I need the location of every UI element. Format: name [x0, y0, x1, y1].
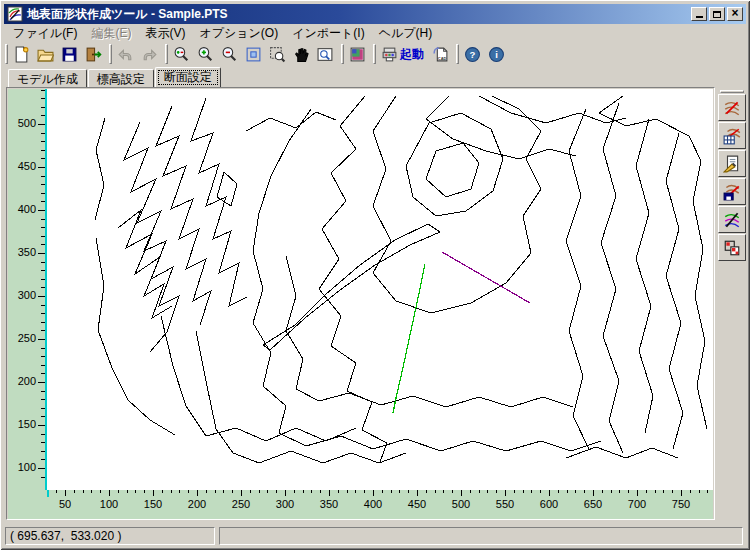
redo-icon: [141, 46, 158, 63]
titlebar: 地表面形状作成ツール - Sample.PTS ×: [4, 4, 746, 24]
exit-app-icon: [85, 46, 102, 63]
cad-export-button[interactable]: CAD: [428, 43, 452, 66]
pan-button[interactable]: [289, 43, 313, 66]
ruler-tick: [38, 425, 45, 426]
section-add-icon: [723, 99, 741, 117]
contour-line: [286, 256, 573, 407]
section-save-button[interactable]: [718, 178, 746, 205]
contour-line: [601, 103, 623, 453]
ruler-label: 250: [232, 498, 250, 510]
section-display-button[interactable]: [718, 206, 746, 233]
toolbar-grip: [109, 44, 112, 64]
tab-1[interactable]: 標高設定: [88, 69, 154, 88]
minimize-icon: [696, 16, 703, 18]
menu-item-3[interactable]: オプション(O): [192, 25, 285, 42]
zoom-window-button[interactable]: [265, 43, 289, 66]
undo-button[interactable]: [113, 43, 137, 66]
open-file-button[interactable]: [33, 43, 57, 66]
contour-line: [118, 210, 172, 318]
ruler-label: 250: [18, 332, 36, 344]
ruler-tick: [408, 490, 409, 493]
ruler-tick: [496, 490, 497, 493]
section-edit-button[interactable]: [718, 150, 746, 177]
save-file-button[interactable]: [57, 43, 81, 66]
ruler-label: 500: [18, 117, 36, 129]
map-canvas[interactable]: [47, 89, 713, 490]
contour-line: [95, 118, 105, 220]
section-add-button[interactable]: [718, 94, 746, 121]
redo-button[interactable]: [137, 43, 161, 66]
ruler-tick: [91, 490, 92, 493]
contour-line: [566, 447, 678, 458]
zoom-in-button[interactable]: [193, 43, 217, 66]
menu-item-5[interactable]: ヘルプ(H): [372, 25, 440, 42]
contour-line: [161, 316, 356, 441]
app-icon[interactable]: [7, 6, 23, 22]
region-copy-button[interactable]: [718, 234, 746, 261]
toolbar-grip: [373, 44, 376, 64]
ruler-label: 200: [18, 375, 36, 387]
ruler-tick: [38, 253, 45, 254]
contour-line: [426, 143, 479, 197]
zoom-reset-button[interactable]: [169, 43, 193, 66]
ruler-tick: [417, 490, 418, 496]
tab-2[interactable]: 断面設定: [155, 67, 221, 88]
ruler-tick: [118, 490, 119, 493]
maximize-button[interactable]: [709, 7, 725, 21]
display-color-button[interactable]: [345, 43, 369, 66]
ruler-label: 150: [18, 418, 36, 430]
tab-bar: モデル作成標高設定断面設定: [8, 67, 222, 88]
svg-text:i: i: [495, 49, 498, 60]
toolbar: 起動CAD?i: [4, 41, 511, 67]
ruler-tick: [241, 490, 242, 496]
section-line-magenta: [442, 252, 530, 303]
ruler-label: 450: [18, 160, 36, 172]
ruler-label: 500: [452, 498, 470, 510]
ruler-label: 150: [144, 498, 162, 510]
ruler-tick: [311, 490, 312, 493]
zoom-window-icon: [269, 46, 286, 63]
ruler-tick: [699, 490, 700, 493]
new-file-button[interactable]: [9, 43, 33, 66]
help-button[interactable]: ?: [460, 43, 484, 66]
preview-icon: [317, 46, 334, 63]
ruler-tick: [38, 468, 45, 469]
ruler-tick: [663, 490, 664, 493]
zoom-out-button[interactable]: [217, 43, 241, 66]
menu-item-2[interactable]: 表示(V): [138, 25, 192, 42]
svg-text:CAD: CAD: [437, 55, 446, 60]
close-button[interactable]: ×: [727, 7, 743, 21]
ruler-label: 50: [59, 498, 71, 510]
minimize-button[interactable]: [691, 7, 707, 21]
ruler-tick: [294, 490, 295, 493]
ruler-tick: [338, 490, 339, 493]
contour-map[interactable]: [47, 89, 713, 490]
zoom-out-icon: [221, 46, 238, 63]
menu-item-0[interactable]: ファイル(F): [6, 25, 84, 42]
preview-button[interactable]: [313, 43, 337, 66]
ruler-tick: [637, 490, 638, 496]
ruler-tick: [276, 490, 277, 493]
about-button[interactable]: i: [484, 43, 508, 66]
cad-export-icon: CAD: [432, 46, 449, 63]
section-toolbar: [716, 88, 747, 520]
tab-0[interactable]: モデル作成: [8, 69, 87, 88]
contour-line: [253, 109, 601, 451]
ruler-tick: [38, 382, 45, 383]
zoom-extents-button[interactable]: [241, 43, 265, 66]
ruler-tick: [38, 167, 45, 168]
vertical-ruler: 500450400350300250200150100: [8, 89, 45, 490]
ruler-tick: [38, 296, 45, 297]
contour-line: [426, 96, 576, 159]
menu-item-4[interactable]: インポート(I): [285, 25, 371, 42]
zoom-extents-icon: [245, 46, 262, 63]
section-table-icon: [723, 127, 741, 145]
ruler-tick: [373, 490, 374, 496]
section-table-button[interactable]: [718, 122, 746, 149]
ruler-tick: [531, 490, 532, 493]
exit-app-button[interactable]: [81, 43, 105, 66]
status-coordinates-panel: ( 695.637, 533.020 ): [5, 527, 215, 545]
ruler-label: 550: [496, 498, 514, 510]
svg-text:?: ?: [469, 49, 475, 60]
viewer-launch-button[interactable]: 起動: [377, 43, 428, 66]
